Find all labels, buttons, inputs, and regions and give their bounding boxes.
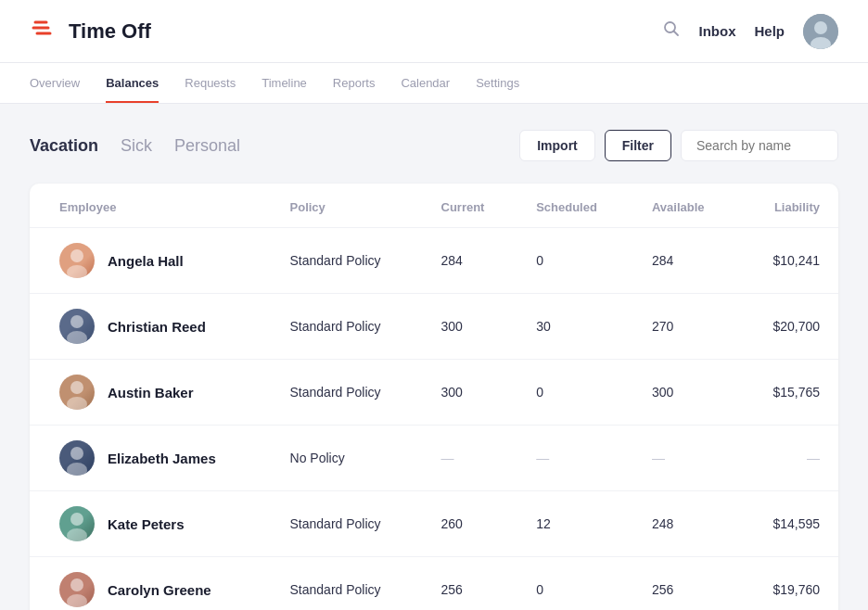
table-row[interactable]: Carolyn Greene Standard Policy 256 0 256…: [30, 557, 838, 611]
svg-point-14: [70, 447, 83, 460]
cell-current: 284: [423, 228, 518, 294]
tab-requests[interactable]: Requests: [185, 63, 236, 103]
employee-avatar: [59, 440, 95, 476]
tab-reports[interactable]: Reports: [333, 63, 376, 103]
tab-settings[interactable]: Settings: [476, 63, 519, 103]
sub-tab-sick[interactable]: Sick: [121, 136, 152, 156]
svg-point-20: [70, 578, 83, 591]
table-row[interactable]: Kate Peters Standard Policy 260 12 248 $…: [30, 491, 838, 557]
cell-liability: $15,765: [739, 360, 838, 426]
balances-table-card: Employee Policy Current Scheduled Availa…: [30, 184, 838, 610]
user-avatar[interactable]: [803, 14, 838, 49]
cell-current: 300: [423, 294, 518, 360]
sub-tab-vacation[interactable]: Vacation: [30, 136, 98, 156]
tab-balances[interactable]: Balances: [106, 63, 159, 103]
table-row[interactable]: Elizabeth James No Policy — — — —: [30, 426, 838, 491]
tab-overview[interactable]: Overview: [30, 63, 80, 103]
employee-avatar: [59, 375, 95, 410]
col-liability: Liability: [739, 184, 838, 228]
inbox-link[interactable]: Inbox: [698, 23, 735, 39]
current-value: 256: [441, 582, 463, 597]
cell-employee: Austin Baker: [30, 360, 272, 426]
employee-avatar: [59, 506, 95, 541]
avatar-image: [803, 14, 838, 49]
svg-point-11: [70, 381, 83, 394]
tab-calendar[interactable]: Calendar: [401, 63, 450, 103]
cell-scheduled: 0: [517, 228, 633, 294]
liability-value: $15,765: [772, 385, 820, 400]
employee-avatar: [59, 572, 95, 607]
employee-name: Carolyn Greene: [108, 582, 211, 598]
available-value: 300: [652, 385, 673, 400]
tab-timeline[interactable]: Timeline: [262, 63, 307, 103]
liability-value: $14,595: [772, 516, 820, 531]
balances-table: Employee Policy Current Scheduled Availa…: [30, 184, 838, 610]
svg-point-2: [814, 21, 827, 34]
cell-employee: Elizabeth James: [30, 426, 272, 491]
search-icon[interactable]: [663, 20, 680, 42]
cell-available: 256: [633, 557, 739, 611]
cell-current: 260: [423, 491, 518, 557]
sub-tab-personal[interactable]: Personal: [174, 136, 240, 156]
col-current: Current: [423, 184, 518, 228]
import-button[interactable]: Import: [519, 130, 595, 161]
cell-current: 256: [423, 557, 518, 611]
col-scheduled: Scheduled: [517, 184, 633, 228]
cell-liability: $19,760: [739, 557, 838, 611]
cell-current: —: [423, 426, 518, 491]
help-link[interactable]: Help: [754, 23, 785, 39]
current-value: 260: [441, 516, 463, 531]
cell-current: 300: [423, 360, 518, 426]
cell-liability: $10,241: [739, 228, 838, 294]
cell-policy: No Policy: [272, 426, 423, 491]
cell-policy: Standard Policy: [272, 360, 423, 426]
cell-employee: Angela Hall: [30, 228, 272, 294]
filter-button[interactable]: Filter: [605, 130, 671, 161]
employee-avatar: [59, 309, 95, 344]
policy-value: Standard Policy: [290, 253, 381, 268]
search-input[interactable]: [681, 130, 838, 161]
toolbar-actions: Import Filter: [519, 130, 838, 161]
cell-scheduled: 12: [517, 491, 633, 557]
cell-policy: Standard Policy: [272, 557, 423, 611]
cell-scheduled: 0: [517, 360, 633, 426]
header: Time Off Inbox Help: [0, 0, 868, 63]
employee-name: Elizabeth James: [108, 451, 216, 466]
available-value: —: [652, 451, 665, 465]
cell-available: 270: [633, 294, 739, 360]
nav-tabs: Overview Balances Requests Timeline Repo…: [0, 63, 868, 104]
scheduled-value: 0: [536, 582, 543, 597]
employee-avatar: [59, 243, 95, 278]
liability-value: $20,700: [772, 319, 820, 334]
col-employee: Employee: [30, 184, 272, 228]
cell-scheduled: 0: [517, 557, 633, 611]
employee-name: Austin Baker: [108, 385, 194, 400]
policy-value: Standard Policy: [290, 319, 381, 334]
employee-name: Kate Peters: [108, 516, 185, 532]
svg-point-8: [70, 315, 83, 328]
col-policy: Policy: [272, 184, 423, 228]
table-row[interactable]: Austin Baker Standard Policy 300 0 300 $…: [30, 360, 838, 426]
policy-value: No Policy: [290, 451, 345, 465]
col-available: Available: [633, 184, 739, 228]
cell-policy: Standard Policy: [272, 491, 423, 557]
logo: Time Off: [30, 15, 151, 48]
cell-available: —: [633, 426, 739, 491]
policy-value: Standard Policy: [290, 516, 381, 531]
sub-tabs: Vacation Sick Personal: [30, 136, 240, 156]
table-row[interactable]: Christian Reed Standard Policy 300 30 27…: [30, 294, 838, 360]
cell-policy: Standard Policy: [272, 294, 423, 360]
available-value: 270: [652, 319, 673, 334]
cell-liability: $20,700: [739, 294, 838, 360]
scheduled-value: —: [536, 451, 549, 465]
cell-available: 300: [633, 360, 739, 426]
current-value: 284: [441, 253, 463, 268]
cell-liability: $14,595: [739, 491, 838, 557]
scheduled-value: 0: [536, 253, 543, 268]
available-value: 248: [652, 516, 673, 531]
table-row[interactable]: Angela Hall Standard Policy 284 0 284 $1…: [30, 228, 838, 294]
cell-employee: Kate Peters: [30, 491, 272, 557]
main-content: Vacation Sick Personal Import Filter Emp…: [0, 104, 868, 610]
liability-value: $19,760: [772, 582, 820, 597]
liability-value: $10,241: [772, 253, 820, 268]
